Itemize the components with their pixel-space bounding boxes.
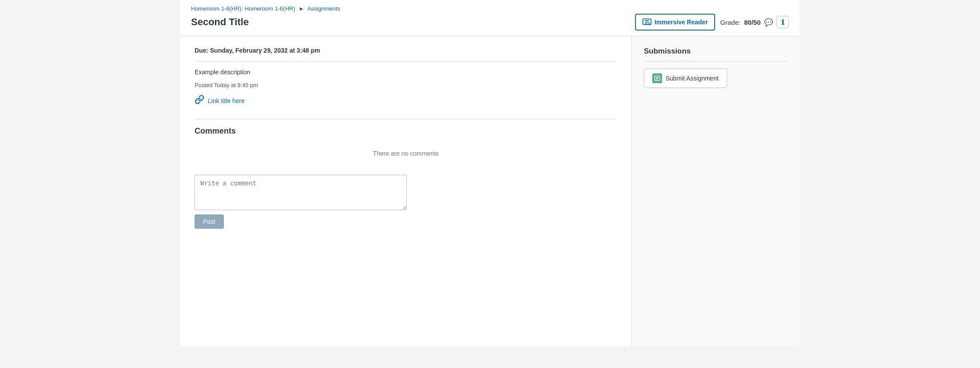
immersive-reader-button[interactable]: Immersive Reader xyxy=(635,14,715,31)
submit-assignment-label: Submit Assignment xyxy=(666,75,719,82)
grade-label: Grade: xyxy=(720,19,741,26)
assignment-link[interactable]: Link title here xyxy=(208,97,245,104)
comment-input[interactable] xyxy=(195,175,407,210)
comments-section: Comments There are no comments Post xyxy=(195,119,617,229)
comment-icon: 💬 xyxy=(764,18,773,27)
no-comments-text: There are no comments xyxy=(195,143,617,164)
header-actions: Immersive Reader Grade: 80/50 💬 ℹ xyxy=(635,14,789,31)
breadcrumb-homeroom[interactable]: Homeroom 1-6(HR): Homeroom 1-6(HR) xyxy=(191,5,295,12)
comments-title: Comments xyxy=(195,126,617,136)
breadcrumb-separator: ► xyxy=(299,5,304,12)
header: Homeroom 1-6(HR): Homeroom 1-6(HR) ► Ass… xyxy=(180,0,800,36)
immersive-reader-icon xyxy=(642,17,652,27)
submit-assignment-icon xyxy=(652,73,662,83)
main-content: Due: Sunday, February 29, 2032 at 3:48 p… xyxy=(180,36,800,346)
submit-assignment-button[interactable]: Submit Assignment xyxy=(644,69,727,88)
info-icon: ℹ xyxy=(781,18,784,27)
info-button[interactable]: ℹ xyxy=(777,16,789,28)
page-title: Second Title xyxy=(191,16,249,28)
breadcrumb: Homeroom 1-6(HR): Homeroom 1-6(HR) ► Ass… xyxy=(191,5,789,12)
post-button[interactable]: Post xyxy=(195,215,224,229)
submissions-title: Submissions xyxy=(644,47,787,61)
grade-area: Grade: 80/50 💬 ℹ xyxy=(720,16,789,28)
link-icon xyxy=(195,95,204,107)
due-date: Due: Sunday, February 29, 2032 at 3:48 p… xyxy=(195,47,617,61)
left-panel: Due: Sunday, February 29, 2032 at 3:48 p… xyxy=(180,36,632,346)
breadcrumb-assignments[interactable]: Assignments xyxy=(307,5,340,12)
posted-time: Posted Today at 9:45 pm xyxy=(195,82,617,88)
grade-value: 80/50 xyxy=(744,19,761,26)
description: Example description xyxy=(195,69,617,76)
right-panel: Submissions Submit Assignment xyxy=(632,36,800,346)
link-row: Link title here xyxy=(195,95,617,107)
immersive-reader-label: Immersive Reader xyxy=(655,19,708,26)
